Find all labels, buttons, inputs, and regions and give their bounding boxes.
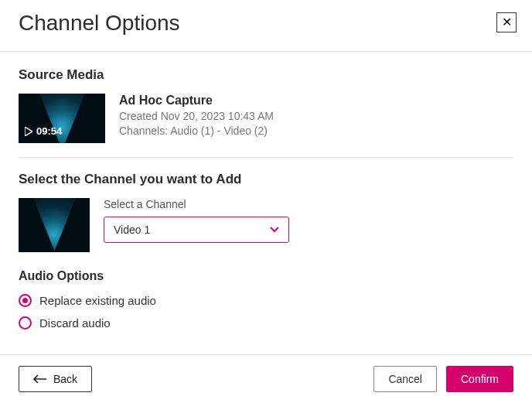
source-created: Created Nov 20, 2023 10:43 AM xyxy=(119,109,274,124)
back-button-label: Back xyxy=(53,373,77,385)
confirm-button[interactable]: Confirm xyxy=(446,366,513,392)
duration-text: 09:54 xyxy=(36,125,62,137)
source-channels: Channels: Audio (1) - Video (2) xyxy=(119,124,274,138)
radio-replace-audio[interactable]: Replace existing audio xyxy=(19,294,513,307)
audio-options-heading: Audio Options xyxy=(19,269,513,283)
confirm-button-label: Confirm xyxy=(461,373,499,385)
source-title: Ad Hoc Capture xyxy=(119,94,274,108)
radio-icon xyxy=(19,294,32,307)
arrow-left-icon xyxy=(33,374,47,384)
source-media-row: 09:54 Ad Hoc Capture Created Nov 20, 202… xyxy=(19,94,513,143)
cancel-button-label: Cancel xyxy=(388,373,422,385)
channel-select[interactable]: Video 1 xyxy=(104,217,289,243)
dialog-footer: Back Cancel Confirm xyxy=(0,354,532,403)
close-icon: ✕ xyxy=(502,16,512,29)
radio-icon xyxy=(19,316,32,330)
back-button[interactable]: Back xyxy=(19,366,92,392)
source-thumbnail[interactable]: 09:54 xyxy=(19,94,105,143)
play-icon xyxy=(25,127,32,136)
source-meta: Ad Hoc Capture Created Nov 20, 2023 10:4… xyxy=(119,94,274,143)
divider xyxy=(19,157,513,158)
dialog-title: Channel Options xyxy=(19,11,180,36)
channel-thumbnail[interactable] xyxy=(19,198,90,252)
radio-label: Discard audio xyxy=(39,316,111,330)
duration-badge: 09:54 xyxy=(25,125,62,137)
radio-discard-audio[interactable]: Discard audio xyxy=(19,316,513,330)
select-channel-label: Select a Channel xyxy=(104,198,513,210)
chevron-down-icon xyxy=(270,227,279,233)
select-channel-heading: Select the Channel you want to Add xyxy=(19,172,513,187)
cancel-button[interactable]: Cancel xyxy=(373,366,437,392)
source-media-heading: Source Media xyxy=(19,67,513,83)
radio-label: Replace existing audio xyxy=(39,294,156,307)
channel-select-value: Video 1 xyxy=(114,224,150,236)
close-button[interactable]: ✕ xyxy=(496,12,517,32)
